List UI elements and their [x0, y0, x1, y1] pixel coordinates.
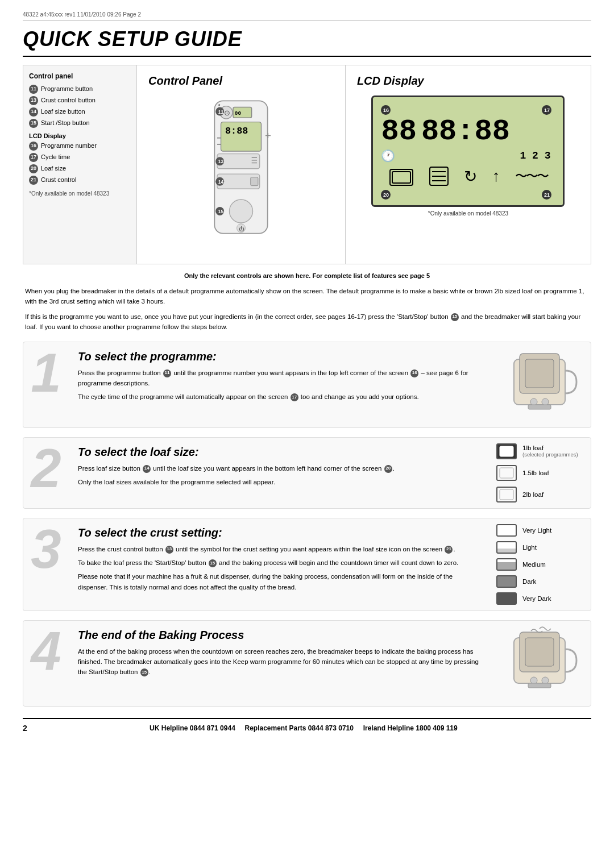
loaf-options: 1lb loaf (selected programmes) 1.5lb loa…	[488, 438, 591, 508]
loaf-option: 1.5lb loaf	[496, 465, 583, 481]
step1-badge-16: 16	[410, 369, 418, 377]
crust-option: Light	[496, 541, 583, 554]
lcd-time: 88:88	[421, 117, 510, 147]
svg-text:8:88: 8:88	[225, 126, 248, 136]
step-1-para1: Press the programme button 11 until the …	[78, 368, 479, 389]
top-section: Control panel 11Programme button13Crust …	[23, 65, 591, 264]
lcd-display-heading: LCD Display	[357, 74, 424, 88]
step2-badge-20: 20	[384, 465, 392, 473]
step-1-number: 1	[23, 342, 69, 427]
sidebar-lcd-item: 21Crust control	[29, 176, 131, 185]
crust-label: Medium	[522, 561, 546, 568]
svg-text:14: 14	[218, 179, 224, 185]
intro-para2: If this is the programme you want to use…	[25, 312, 589, 333]
svg-rect-42	[500, 489, 513, 500]
lcd-badge-20: 20	[381, 190, 394, 200]
svg-point-47	[542, 677, 549, 684]
footer-uk: UK Helpline 0844 871 0944	[150, 724, 235, 732]
loaf-option: 1lb loaf (selected programmes)	[496, 443, 583, 459]
step-1-heading: To select the programme:	[78, 350, 479, 363]
crust-option: Very Light	[496, 524, 583, 537]
step-2-section: 2 To select the loaf size: Press loaf si…	[23, 437, 591, 509]
crust-icon	[496, 524, 517, 537]
bread-machine-svg-2	[497, 626, 582, 700]
step-1-content: To select the programme: Press the progr…	[69, 342, 488, 427]
loaf-sublabel: (selected programmes)	[522, 451, 578, 458]
crust-option: Dark	[496, 575, 583, 588]
sidebar-note: *Only available on model 48323	[29, 190, 131, 197]
loaf-label: 1lb loaf	[522, 445, 578, 451]
crust-icon	[496, 558, 517, 571]
step-2-para1: Press loaf size button 14 until the loaf…	[78, 463, 479, 474]
lcd-display-box: 16 17 88 88:88 🕐 1 2 3	[371, 95, 565, 207]
sidebar-lcd-item: 17Cycle time	[29, 153, 131, 162]
control-panel-heading: Control Panel	[148, 74, 222, 88]
step-1-section: 1 To select the programme: Press the pro…	[23, 342, 591, 428]
step-4-section: 4 The end of the Baking Process At the e…	[23, 620, 591, 707]
crust-option: Very Dark	[496, 592, 583, 605]
lcd-clock-icon: 🕐	[381, 149, 395, 163]
step-2-heading: To select the loaf size:	[78, 446, 479, 459]
step-4-number: 4	[23, 621, 69, 706]
step-3-section: 3 To select the crust setting: Press the…	[23, 518, 591, 611]
lcd-up-icon: ↑	[492, 167, 500, 185]
footer-ireland: Ireland Helpline 1800 409 119	[363, 724, 458, 732]
footer-page-num: 2	[23, 724, 27, 733]
lcd-badge-16: 16	[381, 105, 394, 115]
step-3-content: To select the crust setting: Press the c…	[69, 518, 488, 610]
loaf-icon	[496, 465, 517, 481]
sidebar-lcd-items: 16Programme number17Cycle time20Loaf siz…	[29, 142, 131, 185]
crust-label: Very Light	[522, 527, 551, 534]
sidebar-lcd-item: 16Programme number	[29, 142, 131, 151]
svg-rect-39	[528, 405, 551, 409]
center-panel: Control Panel ⊙ 00 * 11	[137, 65, 346, 264]
top-bar: 48322 a4:45xxx rev1 11/01/2010 09:26 Pag…	[23, 11, 591, 20]
step3-badge-15: 15	[209, 559, 217, 567]
sidebar-item: 13Crust control button	[29, 96, 131, 105]
svg-rect-36	[525, 359, 554, 388]
lcd-crust-icon	[429, 166, 449, 186]
svg-text:15: 15	[218, 209, 224, 214]
lcd-loaf-icon	[389, 166, 414, 186]
sidebar-item: 14Loaf size button	[29, 107, 131, 117]
crust-label: Very Dark	[522, 595, 551, 602]
crust-option: Medium	[496, 558, 583, 571]
crust-icon	[496, 592, 517, 605]
step-2-number: 2	[23, 438, 69, 508]
svg-text:+: +	[265, 130, 271, 142]
lcd-program-number: 88	[381, 117, 416, 147]
step-3-heading: To select the crust setting:	[78, 526, 479, 539]
svg-point-18	[229, 200, 252, 223]
svg-text:00: 00	[235, 110, 242, 117]
step3-badge-21: 21	[445, 546, 453, 554]
step-2-para2: Only the loaf sizes available for the pr…	[78, 477, 479, 487]
page: 48322 a4:45xxx rev1 11/01/2010 09:26 Pag…	[0, 0, 614, 868]
step-1-para2: The cycle time of the programme will aut…	[78, 392, 479, 402]
loaf-label: 2lb loaf	[522, 491, 544, 498]
step2-badge-14: 14	[143, 465, 151, 473]
footer-parts: Replacement Parts 0844 873 0710	[244, 724, 353, 732]
footer-helpline: UK Helpline 0844 871 0944 Replacement Pa…	[150, 724, 458, 732]
step-2-content: To select the loaf size: Press loaf size…	[69, 438, 488, 508]
svg-point-46	[530, 677, 537, 684]
svg-rect-29	[392, 172, 410, 183]
svg-point-38	[542, 398, 549, 405]
loaf-icon	[496, 443, 517, 459]
step-3-number: 3	[23, 518, 69, 610]
step-4-image	[488, 621, 591, 706]
bread-machine-svg-1	[497, 348, 582, 422]
svg-rect-48	[528, 683, 551, 688]
sidebar-item: 15Start /Stop button	[29, 119, 131, 128]
crust-label: Dark	[522, 578, 536, 585]
step-1-image	[488, 342, 591, 427]
sidebar-lcd-title: LCD Display	[29, 132, 131, 139]
svg-text:⏻: ⏻	[239, 226, 244, 232]
sidebar-item: 11Programme button	[29, 85, 131, 94]
step-3-para3: Please note that if your machine has a f…	[78, 571, 479, 592]
step-3-para2: To bake the loaf press the 'Start/Stop' …	[78, 558, 479, 568]
step-4-para1: At the end of the baking process when th…	[78, 646, 479, 678]
step-3-para1: Press the crust control button 13 until …	[78, 544, 479, 554]
lcd-waves-icon: 〜〜〜	[515, 168, 547, 185]
svg-rect-41	[500, 468, 513, 478]
sidebar-lcd-item: 20Loaf size	[29, 164, 131, 173]
